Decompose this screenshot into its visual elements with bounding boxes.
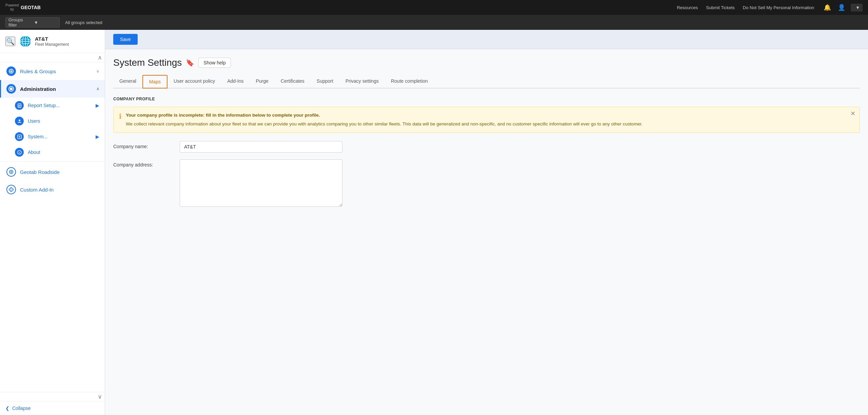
powered-by-text: Poweredby xyxy=(5,3,19,12)
main-content: Save System Settings 🔖 Show help General… xyxy=(105,30,868,415)
users-icon xyxy=(15,117,24,125)
notification-bell-icon[interactable]: 🔔 xyxy=(822,2,832,13)
bookmark-icon[interactable]: 🔖 xyxy=(186,59,194,67)
company-profile-title: COMPANY PROFILE xyxy=(113,97,860,101)
groups-filter-label: Groups filter xyxy=(8,17,31,27)
page-title: System Settings xyxy=(113,57,182,68)
groups-dropdown-arrow-icon: ▼ xyxy=(34,20,57,25)
main-layout: 🔍 AT&T Fleet Management ∧ xyxy=(0,30,868,415)
sidebar-item-administration[interactable]: Administration ∧ xyxy=(0,80,105,98)
svg-text:GEOTAB: GEOTAB xyxy=(21,5,41,10)
user-profile-icon[interactable]: 👤 xyxy=(836,2,847,13)
company-name-row: Company name: xyxy=(113,141,860,153)
system-icon xyxy=(15,132,24,141)
alert-body-text: We collect relevant company information … xyxy=(126,121,643,127)
alert-title-text: Your company profile is incomplete: fill… xyxy=(126,112,643,119)
sidebar-item-about[interactable]: i About xyxy=(0,144,105,160)
sidebar-scroll-up-button[interactable]: ∧ xyxy=(98,54,102,61)
sidebar-item-users[interactable]: Users xyxy=(0,113,105,129)
groups-filter-dropdown[interactable]: Groups filter ▼ xyxy=(5,17,60,27)
svg-point-9 xyxy=(10,87,13,90)
svg-point-21 xyxy=(11,171,12,173)
sidebar-item-custom-add-in[interactable]: Custom Add-In xyxy=(0,181,105,198)
custom-add-in-label: Custom Add-In xyxy=(20,187,99,193)
administration-icon xyxy=(6,84,16,94)
resources-link[interactable]: Resources xyxy=(677,5,698,10)
brand-name-text: AT&T xyxy=(35,36,69,42)
system-label: System... xyxy=(28,134,47,139)
sidebar: 🔍 AT&T Fleet Management ∧ xyxy=(0,30,105,415)
brand-subtitle-text: Fleet Management xyxy=(35,42,69,47)
company-name-input[interactable] xyxy=(180,141,342,153)
custom-add-in-icon xyxy=(6,185,16,194)
administration-label: Administration xyxy=(20,86,92,92)
report-setup-icon xyxy=(15,101,24,110)
top-bar-actions: 🔔 👤 ▼ xyxy=(822,2,863,13)
system-arrow-icon: ▶ xyxy=(96,134,99,139)
alert-info-icon: ℹ xyxy=(119,112,122,128)
geotab-logo-svg: GEOTAB xyxy=(21,3,55,12)
rules-groups-label: Rules & Groups xyxy=(20,68,92,74)
company-name-label: Company name: xyxy=(113,141,174,149)
svg-text:i: i xyxy=(19,151,20,154)
dropdown-arrow-icon: ▼ xyxy=(855,5,860,10)
company-address-label: Company address: xyxy=(113,159,174,167)
sidebar-search-button[interactable]: 🔍 xyxy=(5,37,15,46)
company-address-input[interactable] xyxy=(180,159,342,207)
svg-point-17 xyxy=(19,136,20,137)
users-label: Users xyxy=(28,118,40,124)
content-toolbar: Save xyxy=(105,30,868,49)
brand-section: AT&T Fleet Management xyxy=(19,35,69,47)
page-title-row: System Settings 🔖 Show help xyxy=(113,57,860,68)
tab-add-ins[interactable]: Add-Ins xyxy=(221,75,250,88)
tab-certificates[interactable]: Certificates xyxy=(275,75,311,88)
tab-purge[interactable]: Purge xyxy=(250,75,274,88)
top-navigation-bar: Poweredby GEOTAB Resources Submit Ticket… xyxy=(0,0,868,15)
svg-point-15 xyxy=(19,119,20,121)
company-profile-section: COMPANY PROFILE ℹ Your company profile i… xyxy=(113,97,860,207)
sidebar-item-geotab-roadside[interactable]: Geotab Roadside xyxy=(0,163,105,181)
top-bar-right: Resources Submit Tickets Do Not Sell My … xyxy=(677,2,863,13)
collapse-label: Collapse xyxy=(12,406,31,411)
sidebar-scroll-down-button[interactable]: ∨ xyxy=(98,393,102,400)
tab-support[interactable]: Support xyxy=(311,75,339,88)
geotab-roadside-label: Geotab Roadside xyxy=(20,169,99,175)
alert-text-block: Your company profile is incomplete: fill… xyxy=(126,112,643,128)
save-button[interactable]: Save xyxy=(113,34,138,45)
company-address-row: Company address: xyxy=(113,159,860,207)
brand-logo: Poweredby GEOTAB xyxy=(5,3,55,12)
tab-maps[interactable]: Maps xyxy=(142,75,167,88)
sidebar-item-rules-groups[interactable]: Rules & Groups ∨ xyxy=(0,62,105,80)
sidebar-item-report-setup[interactable]: Report Setup... ▶ xyxy=(0,98,105,113)
content-body: System Settings 🔖 Show help General Maps… xyxy=(105,49,868,222)
do-not-sell-link[interactable]: Do Not Sell My Personal Information xyxy=(743,5,814,10)
alert-close-button[interactable]: ✕ xyxy=(850,111,855,117)
collapse-arrow-icon: ❮ xyxy=(5,406,9,411)
tab-general[interactable]: General xyxy=(113,75,142,88)
rules-groups-icon xyxy=(6,66,16,76)
sidebar-navigation: Rules & Groups ∨ Administration ∧ Report… xyxy=(0,62,105,392)
sidebar-collapse-button[interactable]: ❮ Collapse xyxy=(0,401,105,415)
sidebar-item-system[interactable]: System... ▶ xyxy=(0,129,105,144)
sidebar-header: 🔍 AT&T Fleet Management xyxy=(0,30,105,53)
tab-user-account-policy[interactable]: User account policy xyxy=(167,75,221,88)
tab-privacy-settings[interactable]: Privacy settings xyxy=(339,75,385,88)
groups-filter-bar: Groups filter ▼ All groups selected xyxy=(0,15,868,30)
alert-banner: ℹ Your company profile is incomplete: fi… xyxy=(113,107,860,133)
report-setup-arrow-icon: ▶ xyxy=(96,103,99,108)
settings-tabs: General Maps User account policy Add-Ins… xyxy=(113,75,860,88)
geotab-roadside-icon xyxy=(6,167,16,177)
att-logo-icon xyxy=(19,35,32,47)
about-label: About xyxy=(28,150,40,155)
about-icon: i xyxy=(15,148,24,157)
submit-tickets-link[interactable]: Submit Tickets xyxy=(706,5,735,10)
tab-route-completion[interactable]: Route completion xyxy=(385,75,434,88)
report-setup-label: Report Setup... xyxy=(28,103,60,108)
brand-text: AT&T Fleet Management xyxy=(35,36,69,47)
administration-arrow-icon: ∧ xyxy=(96,86,99,91)
rules-groups-arrow-icon: ∨ xyxy=(96,69,99,74)
groups-selected-text: All groups selected xyxy=(65,20,102,25)
nav-divider-1 xyxy=(0,161,105,162)
show-help-button[interactable]: Show help xyxy=(198,58,231,68)
user-dropdown-button[interactable]: ▼ xyxy=(851,4,863,12)
